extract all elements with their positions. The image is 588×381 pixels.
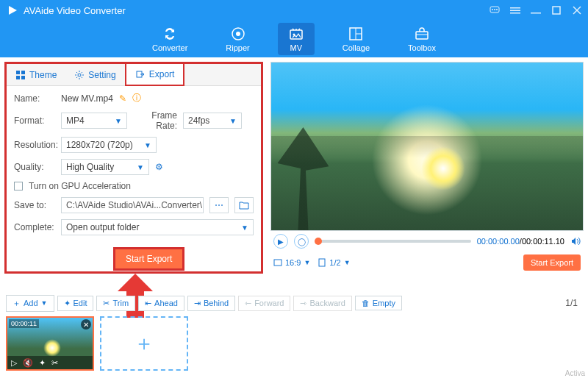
page-select[interactable]: 1/2▼	[318, 258, 350, 267]
svg-marker-0	[9, 6, 17, 15]
preview-area: ▶ ◯ 00:00:00.00/00:00:11.10 16:9▼ 1/2▼ S…	[270, 62, 584, 274]
close-icon[interactable]	[572, 5, 582, 15]
start-export-main-button[interactable]: Start Export	[113, 247, 184, 271]
export-panel: Theme Setting Export Name: New MV.mp4 ✎ …	[4, 62, 263, 274]
saveto-path[interactable]: C:\AVAide Studio\AVAi...Converter\MV Exp…	[61, 197, 204, 213]
add-clip-slot[interactable]: ＋	[100, 316, 188, 371]
clip-duration: 00:00:11	[9, 319, 39, 328]
theme-icon	[15, 70, 26, 80]
play-button[interactable]: ▶	[273, 234, 288, 249]
feedback-icon[interactable]	[490, 5, 500, 15]
thumb-mute-icon[interactable]: 🔇	[23, 358, 33, 368]
aspect-ratio-select[interactable]: 16:9▼	[273, 258, 310, 267]
more-path-button[interactable]: ⋯	[209, 197, 229, 213]
empty-button[interactable]: 🗑Empty	[355, 296, 402, 310]
setting-icon	[74, 70, 85, 80]
info-icon[interactable]: ⓘ	[132, 92, 141, 104]
thumb-cut-icon[interactable]: ✂	[51, 358, 58, 368]
edit-button[interactable]: ✦Edit	[57, 296, 94, 311]
top-nav: Converter Ripper MV Collage Toolbox	[0, 21, 588, 57]
tab-setting[interactable]: Setting	[65, 64, 124, 85]
nav-ripper[interactable]: Ripper	[215, 23, 259, 55]
add-button[interactable]: ＋Add▼	[6, 295, 54, 312]
edit-name-icon[interactable]: ✎	[119, 93, 126, 104]
gpu-label: Turn on GPU Acceleration	[29, 181, 131, 191]
app-title: AVAide Video Converter	[24, 5, 490, 16]
start-export-button[interactable]: Start Export	[523, 254, 581, 271]
svg-rect-7	[510, 13, 520, 14]
minimize-icon[interactable]	[531, 5, 541, 15]
ahead-button[interactable]: ⇤Ahead	[138, 296, 184, 311]
resolution-label: Resolution:	[14, 140, 55, 150]
volume-icon[interactable]	[570, 236, 581, 246]
quality-settings-icon[interactable]: ⚙	[155, 162, 163, 172]
app-logo-icon	[6, 4, 19, 17]
title-bar: AVAide Video Converter	[0, 0, 588, 21]
menu-icon[interactable]	[510, 5, 520, 15]
complete-select[interactable]: Open output folder▼	[61, 219, 254, 235]
framerate-label: Frame Rate:	[133, 110, 177, 131]
nav-mv[interactable]: MV	[278, 23, 315, 55]
svg-point-3	[494, 9, 495, 10]
name-value: New MV.mp4	[61, 93, 113, 104]
complete-label: Complete:	[14, 222, 55, 232]
thumb-play-icon[interactable]: ▷	[11, 358, 17, 368]
ripper-icon	[230, 26, 246, 42]
svg-point-25	[78, 74, 81, 76]
svg-rect-6	[510, 10, 520, 12]
browse-folder-icon[interactable]	[234, 197, 254, 213]
gpu-checkbox[interactable]	[14, 182, 23, 190]
nav-converter[interactable]: Converter	[142, 23, 198, 55]
svg-rect-28	[319, 259, 325, 266]
magic-icon: ✦	[64, 299, 71, 308]
framerate-select[interactable]: 24fps▼	[183, 113, 242, 129]
behind-button[interactable]: ⇥Behind	[187, 296, 235, 311]
thumb-effect-icon[interactable]: ✦	[39, 358, 46, 368]
svg-point-4	[496, 9, 498, 10]
progress-bar[interactable]	[315, 240, 471, 243]
svg-rect-8	[531, 13, 541, 14]
mv-icon	[288, 26, 304, 42]
nav-collage[interactable]: Collage	[332, 23, 380, 55]
svg-point-2	[492, 9, 493, 10]
maximize-icon[interactable]	[551, 5, 562, 15]
quality-select[interactable]: High Quality▼	[61, 159, 149, 175]
clip-toolbar: ＋Add▼ ✦Edit ✂Trim ⇤Ahead ⇥Behind ⇽Forwar…	[6, 293, 582, 313]
svg-rect-21	[16, 71, 20, 74]
svg-rect-23	[16, 76, 20, 79]
svg-rect-19	[416, 32, 428, 39]
svg-rect-22	[21, 71, 25, 74]
resolution-select[interactable]: 1280x720 (720p)▼	[61, 137, 157, 153]
backward-button[interactable]: ⇾Backward	[293, 296, 351, 311]
quality-label: Quality:	[14, 162, 55, 172]
converter-icon	[162, 26, 178, 42]
remove-clip-icon[interactable]: ✕	[81, 319, 91, 330]
export-icon	[135, 69, 146, 79]
svg-rect-9	[553, 7, 560, 14]
clip-thumbnail[interactable]: 00:00:11 ✕ ▷ 🔇 ✦ ✂	[6, 316, 94, 371]
page-indicator: 1/1	[565, 298, 582, 308]
snapshot-button[interactable]: ◯	[294, 234, 309, 249]
format-label: Format:	[14, 115, 55, 126]
time-display: 00:00:00.00/00:00:11.10	[477, 237, 564, 246]
os-watermark: Activa	[565, 369, 585, 378]
preview-video[interactable]	[270, 62, 584, 231]
trim-button[interactable]: ✂Trim	[96, 296, 135, 311]
trash-icon: 🗑	[362, 299, 370, 307]
saveto-label: Save to:	[14, 200, 55, 210]
nav-toolbox[interactable]: Toolbox	[398, 23, 446, 55]
collage-icon	[348, 26, 364, 42]
scissor-icon: ✂	[103, 299, 110, 308]
tab-export[interactable]: Export	[125, 63, 185, 86]
svg-point-13	[236, 32, 240, 36]
format-select[interactable]: MP4▼	[61, 113, 127, 129]
svg-rect-5	[510, 7, 520, 9]
forward-button[interactable]: ⇽Forward	[238, 296, 290, 311]
toolbox-icon	[414, 26, 430, 42]
tab-theme[interactable]: Theme	[7, 64, 65, 85]
name-label: Name:	[14, 93, 55, 104]
svg-rect-24	[21, 76, 25, 79]
svg-rect-27	[274, 260, 282, 266]
